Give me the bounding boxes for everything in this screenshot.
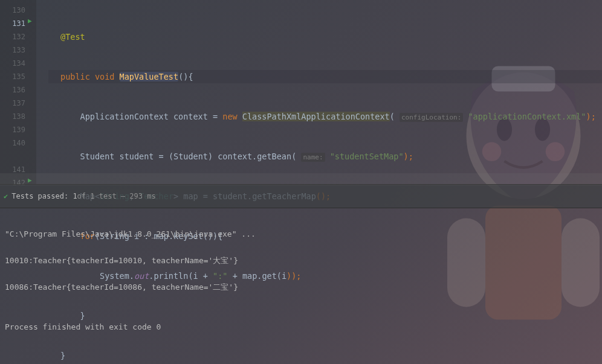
code-editor[interactable]: 130 131 132 133 134 135 136 137 138 139 … <box>0 0 602 184</box>
console-output[interactable]: "C:\Program Files\Java\jdk1.8.0_261\bin\… <box>0 208 602 353</box>
tests-passed-label: Tests passed: 1 <box>11 192 77 200</box>
test-status-bar: ✔ Tests passed: 1 of 1 test – 293 ms <box>0 184 602 208</box>
run-test-icon[interactable]: ▶ <box>28 17 32 25</box>
console-line: 10086:Teacher{teacherId=10086, teacherNa… <box>5 281 597 294</box>
annotation: @Test <box>60 32 85 42</box>
console-line: Process finished with exit code 0 <box>5 321 597 334</box>
console-line: 10010:Teacher{teacherId=10010, teacherNa… <box>5 254 597 267</box>
param-hint: name: <box>301 153 325 162</box>
gutter-icons: ▶ ▶ <box>36 0 48 184</box>
code-content[interactable]: @Test public void MapValueTest(){ Applic… <box>48 0 602 184</box>
console-line: "C:\Program Files\Java\jdk1.8.0_261\bin\… <box>5 228 597 241</box>
line-number-gutter: 130 131 132 133 134 135 136 137 138 139 … <box>0 0 36 184</box>
param-hint: configLocation: <box>400 113 463 122</box>
tests-summary: of 1 test – 293 ms <box>77 192 156 200</box>
check-icon: ✔ <box>4 192 8 200</box>
method-name: MapValueTest <box>120 72 179 81</box>
